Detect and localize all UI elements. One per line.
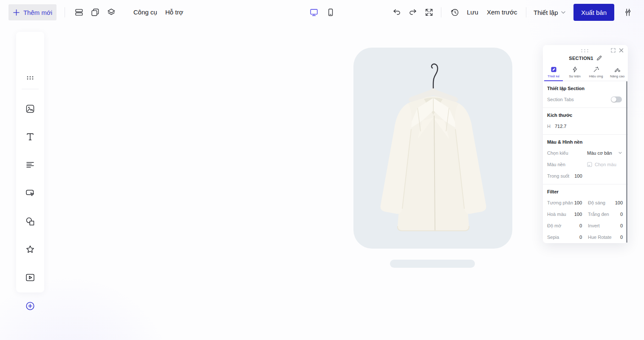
white-coat-on-hanger-image <box>353 48 512 249</box>
chevron-down-icon[interactable] <box>619 152 622 154</box>
style-row: Chọn kiểu Màu cơ bản <box>547 147 623 159</box>
filter-value[interactable]: 0 <box>579 223 582 228</box>
group-heading: Màu & Hình nền <box>547 137 623 147</box>
size-group: Kích thước H 712.7 <box>543 108 628 135</box>
publish-label: Xuất bản <box>581 9 607 16</box>
filter-value[interactable]: 0 <box>620 235 623 240</box>
desktop-icon <box>309 8 319 17</box>
tab-advanced[interactable]: Nâng cao <box>607 65 628 81</box>
filter-group: Filter Tương phản 100 Độ sáng 100 Hoà mà… <box>543 184 628 243</box>
button-cursor-icon <box>25 188 35 198</box>
style-select[interactable]: Màu cơ bản <box>587 150 612 156</box>
fullscreen-button[interactable] <box>423 6 435 19</box>
sections-button[interactable] <box>73 6 85 19</box>
add-new-label: Thêm mới <box>23 9 52 16</box>
device-desktop-button[interactable] <box>308 6 320 19</box>
layers-button[interactable] <box>105 6 118 19</box>
image-picker-icon <box>587 162 592 167</box>
undo-button[interactable] <box>390 6 403 19</box>
effects-icon <box>593 66 599 73</box>
opacity-input[interactable]: 100 <box>574 173 582 178</box>
style-label: Chọn kiểu <box>547 150 568 156</box>
canvas-section[interactable] <box>353 48 512 249</box>
sections-icon <box>74 8 84 17</box>
filter-label: Hoà màu <box>547 212 566 217</box>
sidebar-item-video[interactable] <box>24 272 36 283</box>
drag-dots-icon <box>581 49 589 53</box>
filter-hue-rotate: Hue Rotate 0 <box>588 231 623 243</box>
settings-sliders-button[interactable] <box>621 6 634 19</box>
filter-value[interactable]: 100 <box>574 200 582 205</box>
menu-support[interactable]: Hỗ trợ <box>165 8 183 16</box>
filter-sepia: Sepia 0 <box>547 231 582 243</box>
divider <box>22 89 39 89</box>
save-button[interactable]: Lưu <box>467 8 478 16</box>
panel-expand-button[interactable] <box>611 48 616 53</box>
image-icon <box>25 104 35 114</box>
background-group: Màu & Hình nền Chọn kiểu Màu cơ bản Màu … <box>543 135 628 184</box>
menu-tools[interactable]: Công cụ <box>133 8 157 16</box>
tab-effects[interactable]: Hiệu ứng <box>585 65 607 81</box>
tab-events[interactable]: Sự kiện <box>564 65 585 81</box>
device-mobile-button[interactable] <box>324 6 337 19</box>
filter-value[interactable]: 0 <box>620 212 623 217</box>
advanced-icon <box>614 66 621 73</box>
tab-label: Nâng cao <box>610 74 624 78</box>
sidebar-item-shapes[interactable] <box>24 215 36 227</box>
events-icon <box>572 66 578 73</box>
sliders-icon <box>623 8 633 17</box>
filter-label: Độ mờ <box>547 223 562 228</box>
drag-dots-icon <box>25 73 35 83</box>
section-tabs-toggle[interactable] <box>611 96 622 102</box>
section-tabs-label: Section Tabs <box>547 97 574 102</box>
panel-close-button[interactable] <box>619 48 624 53</box>
filter-invert: Invert 0 <box>588 220 623 231</box>
panel-scrollbar[interactable] <box>626 81 627 243</box>
sidebar-item-star[interactable] <box>24 244 36 255</box>
filter-value[interactable]: 0 <box>620 223 623 228</box>
bg-color-label: Màu nền <box>547 162 565 167</box>
panel-drag-handle[interactable] <box>581 49 589 53</box>
expand-icon <box>611 48 616 53</box>
video-icon <box>25 272 35 283</box>
height-input[interactable]: 712.7 <box>555 124 567 129</box>
setup-dropdown[interactable]: Thiết lập <box>534 6 565 19</box>
height-label: H <box>547 124 551 129</box>
edit-pencil-icon[interactable] <box>596 55 602 61</box>
next-section-placeholder[interactable] <box>390 260 475 268</box>
sidebar-drag-handle[interactable] <box>24 72 36 84</box>
tab-label: Sự kiện <box>569 74 581 78</box>
design-icon <box>551 66 557 73</box>
publish-button[interactable]: Xuất bản <box>573 4 614 21</box>
preview-button[interactable]: Xem trước <box>487 8 517 16</box>
filter-value[interactable]: 100 <box>615 200 623 205</box>
editor-app: Thêm mới Công cụ Hỗ trợ <box>0 0 644 340</box>
filter-value[interactable]: 0 <box>579 235 582 240</box>
filter-brightness: Độ sáng 100 <box>588 197 623 208</box>
group-heading: Filter <box>547 187 623 197</box>
text-icon <box>25 132 35 142</box>
sidebar-item-headline[interactable] <box>24 131 36 143</box>
tab-design[interactable]: Thiết kế <box>543 65 564 81</box>
redo-icon <box>408 8 418 17</box>
filter-label: Tương phản <box>547 200 573 205</box>
filter-value[interactable]: 100 <box>574 212 582 217</box>
redo-button[interactable] <box>407 6 419 19</box>
pages-button[interactable] <box>89 6 102 19</box>
sidebar-item-add-element[interactable] <box>24 300 36 312</box>
filter-label: Trắng đen <box>588 212 609 217</box>
group-heading: Kích thước <box>547 110 623 120</box>
mobile-icon <box>326 8 335 17</box>
filter-grayscale: Trắng đen 0 <box>588 208 623 220</box>
sidebar-item-image[interactable] <box>24 103 36 115</box>
history-button[interactable] <box>449 6 461 19</box>
undo-icon <box>392 8 401 17</box>
tab-label: Thiết kế <box>548 74 559 78</box>
filter-saturate: Hoà màu 100 <box>547 208 582 220</box>
sidebar-item-button[interactable] <box>24 187 36 199</box>
sidebar-item-paragraph[interactable] <box>24 159 36 171</box>
shapes-icon <box>25 216 35 227</box>
layers-icon <box>107 8 116 17</box>
color-picker-button[interactable]: Chọn màu <box>587 162 616 167</box>
add-new-button[interactable]: Thêm mới <box>8 4 56 20</box>
